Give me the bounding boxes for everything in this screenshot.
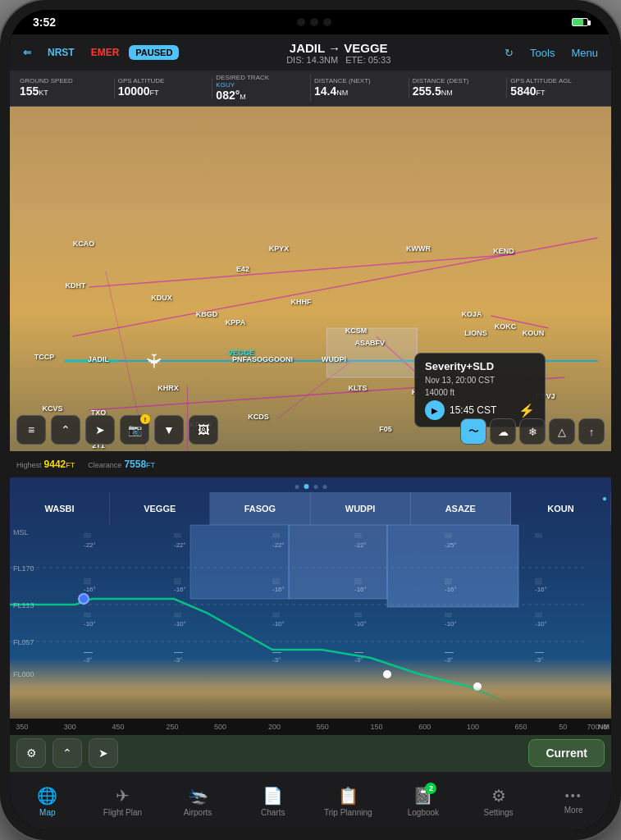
tab-flight-plan[interactable]: ✈ Flight Plan bbox=[85, 781, 161, 822]
temp-fl113-1: -10° bbox=[84, 620, 96, 628]
highest-label: Highest bbox=[16, 461, 42, 469]
temp-fl170-2: -16° bbox=[174, 586, 186, 593]
fl057-label: FL057 bbox=[13, 638, 34, 646]
photo-button[interactable]: 🖼 bbox=[189, 415, 218, 445]
settings-icon: ⚙ bbox=[491, 787, 506, 805]
dd-value: 255.5NM bbox=[413, 84, 453, 98]
tab-trip-planning[interactable]: 📋 Trip Planning bbox=[311, 781, 386, 822]
temp-fl113-4: -10° bbox=[354, 620, 367, 628]
nm-150: 150 bbox=[371, 723, 383, 731]
dt-sub: KGUY bbox=[216, 81, 235, 89]
nm-650: 650 bbox=[515, 723, 527, 731]
charts-icon: 📄 bbox=[263, 787, 283, 805]
label-bfv: BFV bbox=[370, 339, 385, 347]
expand-button[interactable]: ▼ bbox=[154, 415, 184, 445]
nm-50: 50 bbox=[559, 723, 567, 731]
gps-agl-item: GPS ALTITUDE AGL 5840FT bbox=[507, 78, 605, 98]
tab-more[interactable]: ••• More bbox=[536, 783, 611, 819]
nav-toggle[interactable]: ↑ bbox=[578, 418, 605, 445]
wind-fl057-6: — bbox=[535, 646, 544, 656]
tab-bar: 🌐 Map ✈ Flight Plan 🛬 Airports bbox=[10, 771, 611, 830]
temp-fl113-2: -10° bbox=[174, 620, 186, 628]
clearance-label: Clearance bbox=[88, 461, 121, 469]
tab-map[interactable]: 🌐 Map bbox=[10, 781, 85, 822]
airports-icon: 🛬 bbox=[188, 787, 208, 805]
label-kcsm: KCSM bbox=[345, 326, 368, 335]
settings-icon-wrap: ⚙ bbox=[491, 786, 506, 806]
profile-gear-button[interactable]: ⚙ bbox=[16, 738, 46, 768]
label-kdht: KDHT bbox=[66, 281, 86, 290]
temp-fl170-6: -16° bbox=[535, 586, 547, 593]
ga-value: 5840FT bbox=[510, 84, 545, 98]
dt-label: DESIRED TRACK bbox=[216, 75, 269, 81]
system-time: 3:52 bbox=[33, 16, 56, 29]
map-view[interactable]: KCAO KDHT KDUX KBGD KPPA KHHF E42 KPYX K… bbox=[10, 107, 611, 451]
playback-time: 15:45 CST bbox=[450, 404, 496, 416]
camera-button[interactable]: 📷 ! bbox=[120, 415, 149, 445]
menu-button[interactable]: Menu bbox=[564, 43, 605, 62]
profile-wp-koun: KOUN bbox=[511, 492, 611, 525]
tab-charts[interactable]: 📄 Charts bbox=[235, 781, 311, 822]
nm-200: 200 bbox=[268, 723, 281, 731]
tab-logbook-label: Logbook bbox=[408, 808, 439, 817]
wind-toggle[interactable]: 〜 bbox=[460, 418, 486, 445]
map-icon: 🌐 bbox=[37, 787, 57, 805]
emer-button[interactable]: EMER bbox=[84, 43, 126, 62]
profile-compass-button[interactable]: ➤ bbox=[89, 738, 118, 768]
label-kcao: KCAO bbox=[73, 240, 95, 248]
clearance-value: 7558FT bbox=[124, 459, 155, 470]
ipad-device: 3:52 ⇐ NRST EMER PAUSED JADIL → VEGGE bbox=[0, 0, 621, 840]
map-icon-wrap: 🌐 bbox=[37, 786, 57, 806]
terrain-button[interactable]: ⌃ bbox=[51, 415, 80, 445]
play-button[interactable]: ▶ bbox=[425, 400, 445, 420]
ga-label: GPS ALTITUDE AGL bbox=[510, 78, 572, 84]
dis-label: DIS: 14.3NM bbox=[286, 55, 338, 65]
current-button[interactable]: Current bbox=[528, 739, 605, 767]
more-icon: ••• bbox=[565, 789, 582, 802]
profile-terrain-button[interactable]: ⌃ bbox=[53, 738, 82, 768]
sync-button[interactable]: ↻ bbox=[498, 43, 520, 62]
paused-button[interactable]: PAUSED bbox=[129, 45, 179, 60]
wind-barb-1: 𝄘 bbox=[84, 531, 91, 541]
temp-fl170-1: -16° bbox=[84, 586, 96, 593]
tab-airports[interactable]: 🛬 Airports bbox=[160, 781, 235, 822]
nm-500: 500 bbox=[214, 723, 226, 731]
tab-settings[interactable]: ⚙ Settings bbox=[461, 781, 537, 822]
charts-icon-wrap: 📄 bbox=[263, 786, 283, 806]
label-khhf: KHHF bbox=[291, 298, 312, 306]
layers-button[interactable]: ≡ bbox=[16, 415, 46, 445]
highest-alt: Highest 9442FT bbox=[16, 459, 75, 470]
trip-planning-icon-wrap: 📋 bbox=[338, 786, 358, 806]
header-nav: ⇐ NRST EMER PAUSED JADIL → VEGGE DIS: 14… bbox=[10, 34, 611, 71]
temp-1: -22° bbox=[84, 541, 96, 549]
profile-wp-vegge: VEGGE bbox=[110, 492, 210, 525]
scroll-dots bbox=[295, 484, 326, 489]
route-display: JADIL → VEGGE DIS: 14.3NM ETE: 05:33 bbox=[182, 41, 495, 65]
nm-300: 300 bbox=[64, 723, 76, 731]
ice-toggle[interactable]: ❄ bbox=[519, 418, 546, 445]
logbook-icon-wrap: 📓 2 bbox=[413, 786, 433, 806]
tab-flight-plan-label: Flight Plan bbox=[103, 808, 142, 817]
nrst-button[interactable]: NRST bbox=[41, 43, 81, 62]
tools-button[interactable]: Tools bbox=[523, 43, 561, 62]
fl113-label: FL113 bbox=[13, 601, 34, 609]
more-icon-wrap: ••• bbox=[565, 788, 582, 803]
wind-fl057-1: — bbox=[84, 646, 93, 656]
alert-toggle[interactable]: △ bbox=[549, 418, 575, 445]
temp-fl057-2: -3° bbox=[174, 656, 182, 664]
label-f05: F05 bbox=[379, 425, 392, 433]
wind-fl057-5: — bbox=[445, 646, 454, 656]
back-button[interactable]: ⇐ bbox=[16, 43, 38, 62]
label-koja: KOJA bbox=[461, 310, 482, 318]
lightning-icon: ⚡ bbox=[518, 403, 535, 418]
map-right-controls: 〜 ☁ ❄ △ ↑ bbox=[460, 418, 605, 445]
compass-button[interactable]: ➤ bbox=[85, 415, 115, 445]
nm-350: 350 bbox=[16, 723, 28, 731]
label-kpyx: KPYX bbox=[269, 244, 290, 253]
profile-view[interactable]: WASBI VEGGE FASOG WUDPI ASAZE bbox=[10, 477, 611, 735]
profile-bottom-bar: ⚙ ⌃ ➤ Current bbox=[10, 735, 611, 771]
label-khrx: KHRX bbox=[158, 384, 179, 392]
temp-fl057-4: -3° bbox=[354, 656, 363, 664]
tab-logbook[interactable]: 📓 2 Logbook bbox=[386, 781, 461, 822]
cloud-toggle[interactable]: ☁ bbox=[490, 418, 516, 445]
